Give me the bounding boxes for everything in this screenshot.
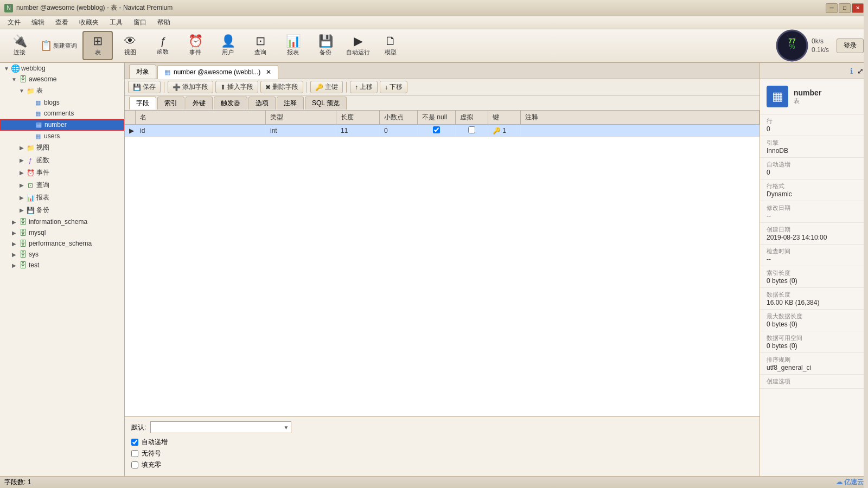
field-tab-foreign-keys[interactable]: 外键 xyxy=(186,97,213,110)
queries-folder-icon: ⊡ xyxy=(25,182,35,189)
move-down-icon: ↓ xyxy=(385,84,388,91)
toolbar-model-button[interactable]: 🗋 模型 xyxy=(375,31,406,60)
info-data-len-section: 数据长度 16.00 KB (16,384) xyxy=(760,288,868,310)
info-scrollbar[interactable] xyxy=(864,63,868,476)
toolbar-autorun-button[interactable]: ▶ 自动运行 xyxy=(343,31,373,60)
sidebar-item-number[interactable]: ▦ number xyxy=(0,119,124,131)
field-tab-fields[interactable]: 字段 xyxy=(129,97,156,110)
toolbar-user-button[interactable]: 👤 用户 xyxy=(213,31,243,60)
unsigned-checkbox[interactable] xyxy=(131,450,138,457)
menu-edit[interactable]: 编辑 xyxy=(26,17,50,28)
info-rows-value: 0 xyxy=(767,125,861,133)
minimize-button[interactable]: ─ xyxy=(826,3,838,13)
info-row-format-section: 行格式 Dynamic xyxy=(760,179,868,201)
add-field-button[interactable]: ➕ 添加字段 xyxy=(168,81,213,93)
sidebar-item-awesome[interactable]: ▼ 🗄 awesome xyxy=(0,74,124,85)
sidebar-item-tables[interactable]: ▼ 📁 表 xyxy=(0,85,124,97)
virtual-checkbox[interactable] xyxy=(468,126,475,133)
sidebar-item-users[interactable]: ▦ users xyxy=(0,131,124,142)
default-select[interactable]: ▼ xyxy=(150,421,291,433)
move-up-label: 上移 xyxy=(360,82,373,92)
info-max-data-len-value: 0 bytes (0) xyxy=(767,320,861,328)
sidebar-label-queries: 查询 xyxy=(36,181,49,190)
zerofill-label: 填充零 xyxy=(142,460,161,470)
sidebar-item-webblog[interactable]: ▼ 🌐 webblog xyxy=(0,63,124,74)
table-row[interactable]: ▶ id int 11 0 🔑 1 xyxy=(125,125,760,137)
info-max-data-len-label: 最大数据长度 xyxy=(767,312,861,320)
toolbar-query-button[interactable]: ⊡ 查询 xyxy=(245,31,276,60)
field-tab-comment[interactable]: 注释 xyxy=(277,97,304,110)
menu-file[interactable]: 文件 xyxy=(2,17,26,28)
sidebar-item-views[interactable]: ▶ 📁 视图 xyxy=(0,142,124,154)
sidebar-item-performance-schema[interactable]: ▶ 🗄 performance_schema xyxy=(0,238,124,249)
menu-help[interactable]: 帮助 xyxy=(152,17,176,28)
toolbar-backup-button[interactable]: 💾 备份 xyxy=(310,31,341,60)
toolbar-report-button[interactable]: 📊 报表 xyxy=(278,31,308,60)
tab-object[interactable]: 对象 xyxy=(129,65,156,79)
expand-arrow-backups: ▶ xyxy=(18,207,25,213)
sidebar-item-reports[interactable]: ▶ 📊 报表 xyxy=(0,191,124,204)
info-max-data-len-section: 最大数据长度 0 bytes (0) xyxy=(760,310,868,331)
sidebar-item-backups[interactable]: ▶ 💾 备份 xyxy=(0,204,124,216)
field-tab-options[interactable]: 选项 xyxy=(248,97,276,110)
sidebar-item-events[interactable]: ▶ ⏰ 事件 xyxy=(0,166,124,179)
add-field-icon: ➕ xyxy=(173,84,181,91)
move-down-button[interactable]: ↓ 下移 xyxy=(380,81,407,93)
menu-tools[interactable]: 工具 xyxy=(104,17,128,28)
menu-window[interactable]: 窗口 xyxy=(128,17,152,28)
sidebar-item-test[interactable]: ▶ 🗄 test xyxy=(0,260,124,271)
sidebar-item-comments[interactable]: ▦ comments xyxy=(0,108,124,119)
toolbar-connect-button[interactable]: 🔌 连接 xyxy=(4,31,35,60)
tab-close-btn[interactable]: ✕ xyxy=(266,68,271,76)
sidebar-label-sys: sys xyxy=(29,251,39,258)
info-rows-section: 行 0 xyxy=(760,114,868,136)
sidebar-label-functions: 函数 xyxy=(36,156,49,165)
primary-key-button[interactable]: 🔑 主键 xyxy=(310,81,343,93)
toolbar-event-button[interactable]: ⏰ 事件 xyxy=(180,31,210,60)
move-up-button[interactable]: ↑ 上移 xyxy=(350,81,378,93)
toolbar-function-button[interactable]: ƒ 函数 xyxy=(148,31,178,60)
sidebar-item-blogs[interactable]: ▦ blogs xyxy=(0,97,124,108)
toolbar-view-button[interactable]: 👁 视图 xyxy=(115,31,145,60)
maximize-button[interactable]: □ xyxy=(839,3,851,13)
toolbar-new-query-button[interactable]: 📋 新建查询 xyxy=(37,31,80,60)
delete-field-button[interactable]: ✖ 删除字段 xyxy=(260,81,303,93)
views-folder-icon: 📁 xyxy=(25,144,35,152)
perf-schema-icon: 🗄 xyxy=(18,240,28,247)
expand-arrow-webblog: ▼ xyxy=(3,66,10,72)
sidebar-item-information-schema[interactable]: ▶ 🗄 information_schema xyxy=(0,216,124,227)
info-data-len-value: 16.00 KB (16,384) xyxy=(767,299,861,306)
info-table-icon: ▦ xyxy=(767,86,788,107)
row-key: 🔑 1 xyxy=(488,125,521,136)
move-down-label: 下移 xyxy=(390,82,403,92)
sidebar-item-queries[interactable]: ▶ ⊡ 查询 xyxy=(0,179,124,191)
sidebar-label-views: 视图 xyxy=(36,143,49,152)
not-null-checkbox[interactable] xyxy=(433,126,440,133)
field-tab-sql-preview[interactable]: SQL 预览 xyxy=(305,97,347,110)
menu-view[interactable]: 查看 xyxy=(50,17,74,28)
auto-increment-checkbox[interactable] xyxy=(131,439,138,446)
sidebar-item-sys[interactable]: ▶ 🗄 sys xyxy=(0,249,124,260)
new-query-label: 新建查询 xyxy=(53,42,77,50)
reports-folder-icon: 📊 xyxy=(25,194,35,202)
menu-favorites[interactable]: 收藏夹 xyxy=(74,17,104,28)
save-button[interactable]: 💾 保存 xyxy=(128,81,161,93)
sidebar-label-backups: 备份 xyxy=(36,206,49,215)
tab-number[interactable]: ▦ number @awesome (webbl...) ✕ xyxy=(157,65,278,79)
sidebar-item-mysql[interactable]: ▶ 🗄 mysql xyxy=(0,227,124,238)
info-check-time-section: 检查时间 -- xyxy=(760,245,868,266)
field-tab-triggers[interactable]: 触发器 xyxy=(214,97,247,110)
titlebar-controls[interactable]: ─ □ ✕ xyxy=(826,3,864,13)
login-button[interactable]: 登录 xyxy=(837,38,864,53)
function-icon: ƒ xyxy=(159,36,165,47)
zerofill-checkbox[interactable] xyxy=(131,461,138,468)
connection-icon: 🌐 xyxy=(10,65,20,72)
toolbar-table-button[interactable]: ⊞ 表 xyxy=(82,31,113,60)
field-tab-indexes[interactable]: 索引 xyxy=(157,97,184,110)
sidebar-item-functions[interactable]: ▶ ƒ 函数 xyxy=(0,154,124,166)
insert-field-button[interactable]: ⬆ 插入字段 xyxy=(215,81,258,93)
function-label: 函数 xyxy=(157,48,169,56)
close-button[interactable]: ✕ xyxy=(852,3,864,13)
expand-arrow-test: ▶ xyxy=(10,262,18,268)
app-icon: N xyxy=(4,4,13,12)
